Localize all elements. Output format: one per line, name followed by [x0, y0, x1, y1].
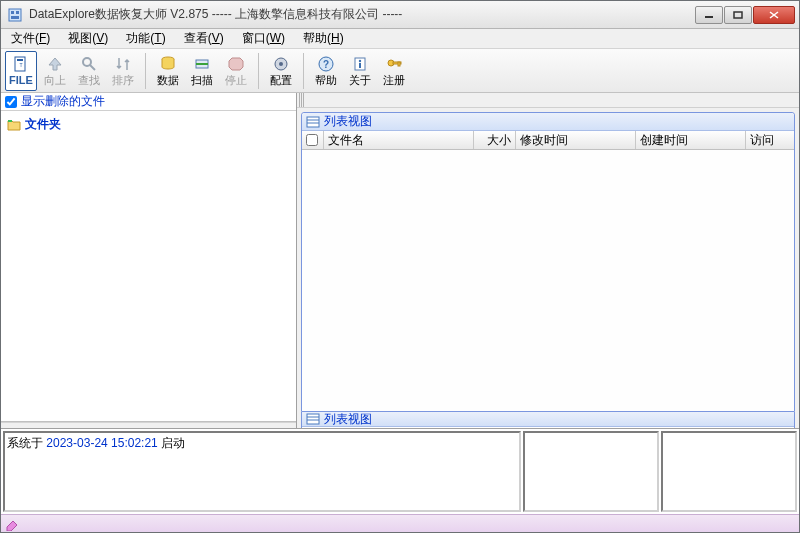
- log-suffix: 启动: [158, 436, 185, 450]
- menu-window[interactable]: 窗口(W): [236, 28, 291, 49]
- tool-config-label: 配置: [270, 75, 292, 86]
- col-created[interactable]: 创建时间: [636, 131, 746, 149]
- tool-file[interactable]: T FILE: [5, 51, 37, 91]
- tool-search[interactable]: 查找: [73, 51, 105, 91]
- scan-icon: [193, 55, 211, 73]
- svg-rect-31: [307, 414, 319, 424]
- list-view-panel: 列表视图 文件名 大小 修改时间 创建时间 访问: [301, 112, 795, 412]
- col-modified[interactable]: 修改时间: [516, 131, 636, 149]
- window-title: DataExplore数据恢复大师 V2.875 ----- 上海数擎信息科技有…: [29, 6, 695, 23]
- toolbar-separator: [258, 53, 259, 89]
- sort-icon: [114, 55, 132, 73]
- menu-function[interactable]: 功能(T): [120, 28, 171, 49]
- svg-point-11: [83, 58, 91, 66]
- tool-scan[interactable]: 扫描: [186, 51, 218, 91]
- file-table-header: 文件名 大小 修改时间 创建时间 访问: [302, 131, 794, 150]
- svg-point-18: [279, 62, 283, 66]
- col-filename[interactable]: 文件名: [324, 131, 474, 149]
- close-icon: [769, 11, 779, 19]
- svg-rect-1: [11, 11, 14, 14]
- list-view-panel-bottom: 列表视图: [301, 412, 795, 429]
- tool-help-label: 帮助: [315, 75, 337, 86]
- app-icon: [7, 7, 23, 23]
- svg-rect-0: [9, 9, 21, 21]
- tool-register[interactable]: 注册: [378, 51, 410, 91]
- grip-icon: [299, 93, 305, 107]
- content-area: 显示删除的文件 文件夹 列表视图: [1, 93, 799, 428]
- svg-point-22: [359, 60, 361, 62]
- menu-view[interactable]: 视图(V): [62, 28, 114, 49]
- svg-rect-27: [8, 120, 12, 122]
- help-icon: ?: [317, 55, 335, 73]
- log-time: 2023-03-24 15:02:21: [46, 436, 157, 450]
- tree-header: 显示删除的文件: [1, 93, 296, 111]
- key-icon: [385, 55, 403, 73]
- list-view-bottom-title: 列表视图: [324, 411, 372, 428]
- log-panel[interactable]: 系统于 2023-03-24 15:02:21 启动: [3, 431, 521, 512]
- list-view-bottom-header: 列表视图: [302, 412, 794, 427]
- col-check[interactable]: [302, 131, 324, 149]
- menubar: 文件(F) 视图(V) 功能(T) 查看(V) 窗口(W) 帮助(H): [1, 29, 799, 49]
- tool-scan-label: 扫描: [191, 75, 213, 86]
- svg-text:T: T: [19, 62, 22, 68]
- list-icon: [306, 412, 320, 426]
- tool-search-label: 查找: [78, 75, 100, 86]
- tool-config[interactable]: 配置: [265, 51, 297, 91]
- close-button[interactable]: [753, 6, 795, 24]
- toolbar-separator: [303, 53, 304, 89]
- svg-rect-23: [359, 63, 361, 68]
- minimize-button[interactable]: [695, 6, 723, 24]
- tool-up[interactable]: 向上: [39, 51, 71, 91]
- list-icon: [306, 115, 320, 129]
- tree-body[interactable]: 文件夹: [1, 111, 296, 422]
- menu-file[interactable]: 文件(F): [5, 28, 56, 49]
- svg-rect-26: [398, 62, 400, 66]
- maximize-icon: [733, 11, 743, 19]
- menu-look[interactable]: 查看(V): [178, 28, 230, 49]
- file-icon: T: [12, 55, 30, 73]
- svg-line-12: [90, 65, 95, 70]
- svg-rect-3: [11, 16, 19, 19]
- select-all-checkbox[interactable]: [306, 134, 318, 146]
- col-accessed[interactable]: 访问: [746, 131, 794, 149]
- file-table-body[interactable]: [302, 150, 794, 411]
- list-view-header: 列表视图: [302, 113, 794, 131]
- right-toolbar: [297, 93, 799, 108]
- col-size[interactable]: 大小: [474, 131, 516, 149]
- toolbar-separator: [145, 53, 146, 89]
- show-deleted-checkbox[interactable]: [5, 96, 17, 108]
- tool-sort[interactable]: 排序: [107, 51, 139, 91]
- search-icon: [80, 55, 98, 73]
- tool-up-label: 向上: [44, 75, 66, 86]
- svg-text:?: ?: [323, 59, 329, 70]
- tree-root-label: 文件夹: [25, 116, 61, 133]
- maximize-button[interactable]: [724, 6, 752, 24]
- tool-data[interactable]: 数据: [152, 51, 184, 91]
- app-window: DataExplore数据恢复大师 V2.875 ----- 上海数擎信息科技有…: [0, 0, 800, 533]
- stop-icon: [227, 55, 245, 73]
- tree-root-item[interactable]: 文件夹: [5, 115, 292, 134]
- eraser-icon[interactable]: [5, 517, 19, 531]
- tool-data-label: 数据: [157, 75, 179, 86]
- tool-about-label: 关于: [349, 75, 371, 86]
- tool-stop[interactable]: 停止: [220, 51, 252, 91]
- tool-about[interactable]: 关于: [344, 51, 376, 91]
- svg-rect-9: [17, 59, 23, 61]
- list-view-title: 列表视图: [324, 113, 372, 130]
- list-pane: 列表视图 文件名 大小 修改时间 创建时间 访问 列表视图: [297, 93, 799, 428]
- statusbar: [1, 514, 799, 532]
- log-line: 系统于 2023-03-24 15:02:21 启动: [7, 435, 517, 452]
- window-controls: [695, 6, 795, 24]
- tool-file-label: FILE: [9, 75, 33, 86]
- log-row: 系统于 2023-03-24 15:02:21 启动: [1, 428, 799, 514]
- show-deleted-label: 显示删除的文件: [21, 93, 105, 110]
- menu-help[interactable]: 帮助(H): [297, 28, 350, 49]
- svg-rect-2: [16, 11, 19, 14]
- tool-sort-label: 排序: [112, 75, 134, 86]
- toolbar: T FILE 向上 查找 排序 数据 扫描 停止: [1, 49, 799, 93]
- tool-register-label: 注册: [383, 75, 405, 86]
- status-panel-1: [523, 431, 659, 512]
- info-icon: [351, 55, 369, 73]
- tool-help[interactable]: ? 帮助: [310, 51, 342, 91]
- up-arrow-icon: [46, 55, 64, 73]
